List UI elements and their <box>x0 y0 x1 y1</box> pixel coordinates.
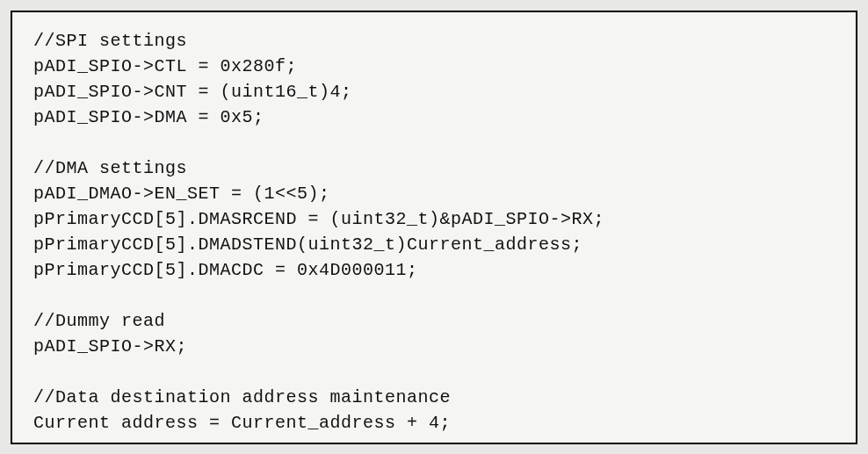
code-line: pPrimaryCCD[5].DMADSTEND(uint32_t)Curren… <box>33 234 582 255</box>
code-line: pADI_SPIO->DMA = 0x5; <box>33 107 264 127</box>
code-line: pADI_SPIO->RX; <box>33 336 187 357</box>
code-line: pADI_SPIO->CTL = 0x280f; <box>33 56 297 76</box>
code-line: //DMA settings <box>33 158 187 178</box>
code-line: pADI_SPIO->CNT = (uint16_t)4; <box>33 82 352 102</box>
code-line: pADI_DMAO->EN_SET = (1<<5); <box>33 184 330 204</box>
code-line: pPrimaryCCD[5].DMASRCEND = (uint32_t)&pA… <box>33 209 604 229</box>
code-line: //SPI settings <box>33 31 187 51</box>
code-block: //SPI settings pADI_SPIO->CTL = 0x280f; … <box>33 28 835 436</box>
code-line: pPrimaryCCD[5].DMACDC = 0x4D000011; <box>33 260 418 280</box>
code-line: //Data destination address maintenance <box>33 387 451 407</box>
code-frame: //SPI settings pADI_SPIO->CTL = 0x280f; … <box>11 11 857 444</box>
code-line: Current address = Current_address + 4; <box>33 413 451 433</box>
code-line: //Dummy read <box>33 311 165 331</box>
